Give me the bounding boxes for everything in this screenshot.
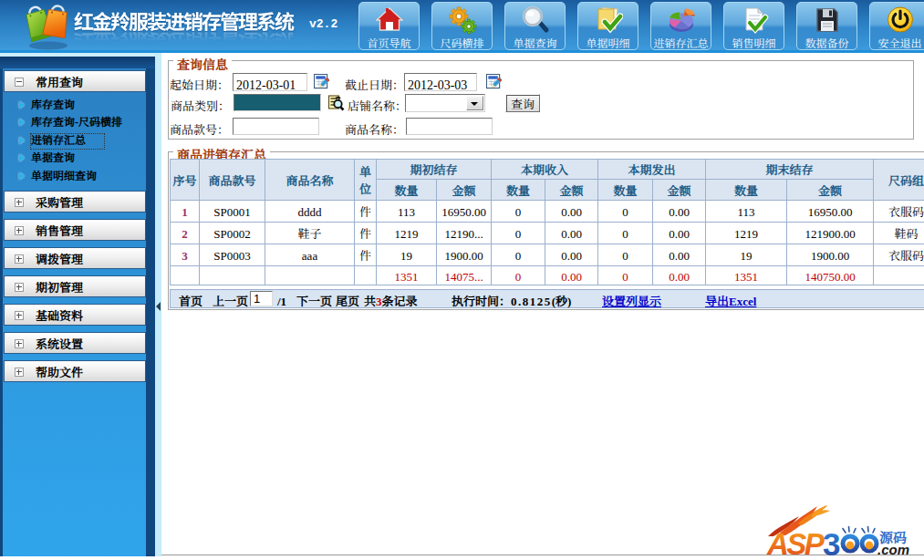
svg-text:3: 3 [823, 526, 840, 560]
svg-text:.com: .com [877, 542, 909, 557]
svg-text:ASP: ASP [766, 527, 825, 560]
